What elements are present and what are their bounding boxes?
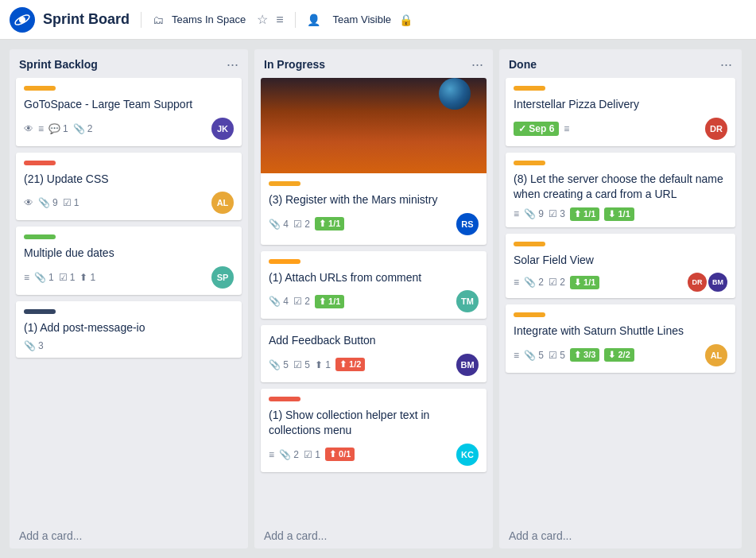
- card-label: [24, 234, 56, 239]
- upload-count: ⬆ 1: [315, 359, 331, 370]
- card-row: ≡ 📎 5 ☑ 5 ⬆ 3/3 ⬇ 2/2 AL: [514, 344, 727, 366]
- briefcase-icon: 🗂: [153, 14, 164, 26]
- card-title: (1) Attach URLs from comment: [269, 270, 479, 286]
- attach-count: 📎 2: [279, 449, 299, 460]
- card-servername[interactable]: (8) Let the server choose the default na…: [506, 153, 735, 227]
- card-feedback[interactable]: Add Feedback Button 📎 5 ☑ 5 ⬆ 1 ⬆ 1/2 BM: [261, 325, 487, 382]
- desc-icon: ≡: [514, 208, 519, 219]
- card-meta: ✓ Sep 6 ≡: [514, 122, 705, 136]
- add-card-inprogress[interactable]: Add a card...: [254, 523, 493, 548]
- checklist-count: ☑ 2: [293, 219, 310, 230]
- card-collection[interactable]: (1) Show collection helper text in colle…: [261, 389, 487, 472]
- card-title: (3) Register with the Mars ministry: [269, 192, 479, 208]
- badge-green: ⬆ 1/1: [315, 295, 344, 308]
- card-title: GoToSpace - Large Team Support: [24, 97, 234, 113]
- card-row: ≡ 📎 2 ☑ 1 ⬆ 0/1 KC: [269, 444, 479, 466]
- card-updatecss[interactable]: (21) Update CSS 👁 📎 9 ☑ 1 AL: [16, 153, 242, 221]
- card-meta: 📎 4 ☑ 2 ⬆ 1/1: [269, 295, 456, 308]
- eye-icon: 👁: [24, 123, 33, 134]
- column-menu-inprogress[interactable]: ···: [471, 57, 483, 72]
- star-icon[interactable]: ☆: [257, 12, 268, 27]
- checklist-count: ☑ 2: [549, 277, 565, 288]
- card-title: (8) Let the server choose the default na…: [514, 172, 727, 203]
- card-row: ≡ 📎 2 ☑ 2 ⬇ 1/1 DR BM: [514, 273, 727, 292]
- card-row: ≡ 📎 1 ☑ 1 ⬆ 1 SP: [24, 266, 234, 289]
- card-row: ✓ Sep 6 ≡ DR: [514, 118, 727, 140]
- card-meta: ≡ 📎 9 ☑ 3 ⬆ 1/1 ⬇ 1/1: [514, 207, 727, 221]
- team-name[interactable]: Teams In Space: [172, 14, 246, 25]
- card-meta: ≡ 📎 2 ☑ 1 ⬆ 0/1: [269, 448, 456, 461]
- card-label: [514, 312, 545, 317]
- column-header-backlog: Sprint Backlog ···: [10, 49, 248, 78]
- desc-icon: ≡: [38, 123, 44, 134]
- avatar-2: BM: [708, 273, 727, 292]
- card-title: Add Feedback Button: [269, 333, 479, 349]
- add-card-done[interactable]: Add a card...: [499, 523, 742, 548]
- attach-count: 📎 4: [269, 219, 289, 230]
- card-row: 📎 5 ☑ 5 ⬆ 1 ⬆ 1/2 BM: [269, 354, 479, 376]
- card-title: Multiple due dates: [24, 246, 234, 262]
- checklist-count: ☑ 5: [293, 359, 310, 370]
- attach-count: 📎 5: [524, 350, 544, 361]
- earth-image: [439, 78, 471, 110]
- card-label: [24, 309, 56, 314]
- column-header-inprogress: In Progress ···: [254, 49, 493, 78]
- visibility-label[interactable]: Team Visible: [333, 14, 391, 25]
- column-title-backlog: Sprint Backlog: [19, 58, 98, 71]
- card-saturn[interactable]: Integrate with Saturn Shuttle Lines ≡ 📎 …: [506, 304, 735, 373]
- column-done: Done ··· Interstellar Pizza Delivery ✓ S…: [499, 49, 742, 548]
- card-label: [24, 86, 56, 91]
- card-label: [514, 242, 545, 246]
- card-label: [514, 86, 545, 91]
- avatar: BM: [456, 354, 479, 376]
- desc-icon: ≡: [514, 277, 519, 288]
- lock-icon: 🔒: [399, 14, 413, 26]
- app-logo: [10, 7, 35, 33]
- add-card-backlog[interactable]: Add a card...: [10, 523, 248, 548]
- badge-green: ⬇ 1/1: [570, 276, 599, 289]
- desc-icon: ≡: [24, 272, 29, 283]
- card-solar[interactable]: Solar Field View ≡ 📎 2 ☑ 2 ⬇ 1/1 DR BM: [506, 234, 735, 299]
- card-title: Integrate with Saturn Shuttle Lines: [514, 324, 727, 339]
- menu-icon[interactable]: ≡: [276, 13, 283, 27]
- avatar-1: DR: [688, 273, 707, 292]
- cards-inprogress: (3) Register with the Mars ministry 📎 4 …: [254, 78, 493, 523]
- cards-backlog: GoToSpace - Large Team Support 👁 ≡ 💬 1 📎…: [10, 78, 248, 523]
- card-label: [269, 181, 300, 186]
- card-meta: 📎 5 ☑ 5 ⬆ 1 ⬆ 1/2: [269, 358, 456, 371]
- card-gotospace[interactable]: GoToSpace - Large Team Support 👁 ≡ 💬 1 📎…: [16, 78, 242, 146]
- column-menu-done[interactable]: ···: [720, 57, 732, 72]
- card-meta: ≡ 📎 2 ☑ 2 ⬇ 1/1: [514, 276, 688, 289]
- column-menu-backlog[interactable]: ···: [227, 57, 238, 72]
- card-postmessage[interactable]: (1) Add post-message-io 📎 3: [16, 301, 242, 358]
- card-row: 👁 📎 9 ☑ 1 AL: [24, 192, 234, 214]
- desc-icon: ≡: [564, 123, 569, 134]
- card-label: [24, 161, 56, 165]
- card-meta: 👁 ≡ 💬 1 📎 2: [24, 123, 211, 134]
- card-duedates[interactable]: Multiple due dates ≡ 📎 1 ☑ 1 ⬆ 1 SP: [16, 227, 242, 295]
- card-row: 📎 4 ☑ 2 ⬆ 1/1 RS: [269, 213, 479, 235]
- badge-green2: ⬇ 1/1: [604, 207, 634, 221]
- card-row: ≡ 📎 9 ☑ 3 ⬆ 1/1 ⬇ 1/1: [514, 207, 727, 221]
- card-pizza[interactable]: Interstellar Pizza Delivery ✓ Sep 6 ≡ DR: [506, 78, 735, 146]
- card-title: (21) Update CSS: [24, 172, 234, 188]
- avatar: AL: [211, 192, 234, 214]
- card-marsministry[interactable]: (3) Register with the Mars ministry 📎 4 …: [261, 78, 487, 245]
- card-cover-image: [261, 78, 487, 173]
- column-title-done: Done: [509, 58, 537, 71]
- desc-icon: ≡: [269, 449, 274, 460]
- card-attachurls[interactable]: (1) Attach URLs from comment 📎 4 ☑ 2 ⬆ 1…: [261, 251, 487, 320]
- column-backlog: Sprint Backlog ··· GoToSpace - Large Tea…: [10, 49, 248, 548]
- checklist-count: ☑ 2: [293, 296, 310, 307]
- board: Sprint Backlog ··· GoToSpace - Large Tea…: [0, 40, 756, 558]
- svg-point-2: [19, 17, 25, 23]
- person-icon: 👤: [307, 14, 320, 26]
- attach-count: 📎 2: [524, 277, 544, 288]
- avatar: JK: [211, 118, 234, 140]
- card-title: (1) Add post-message-io: [24, 320, 234, 336]
- badge-green2: ⬇ 2/2: [604, 348, 634, 362]
- board-title: Sprint Board: [43, 11, 130, 28]
- card-title: (1) Show collection helper text in colle…: [269, 408, 479, 439]
- badge-green1: ⬆ 1/1: [570, 207, 599, 221]
- checklist-count: ☑ 1: [59, 272, 76, 283]
